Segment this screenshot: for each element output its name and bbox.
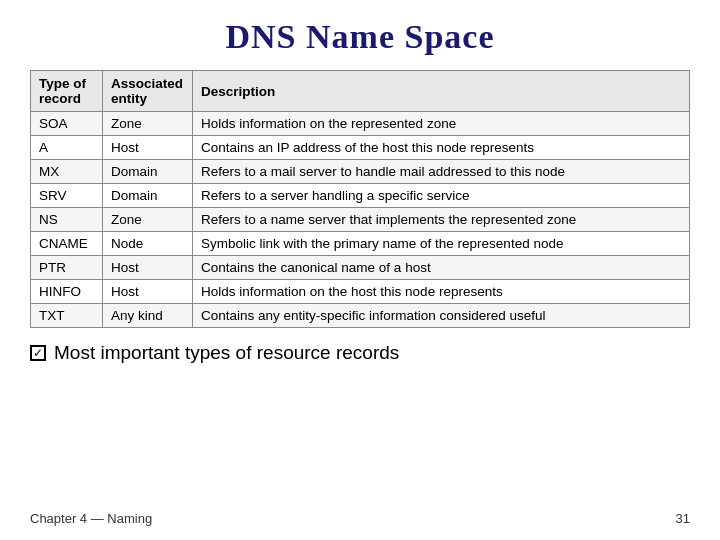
cell-type: CNAME: [31, 232, 103, 256]
table-body: SOAZoneHolds information on the represen…: [31, 112, 690, 328]
cell-type: TXT: [31, 304, 103, 328]
col-header-type: Type of record: [31, 71, 103, 112]
cell-description: Symbolic link with the primary name of t…: [193, 232, 690, 256]
table-row: SRVDomainRefers to a server handling a s…: [31, 184, 690, 208]
table-row: SOAZoneHolds information on the represen…: [31, 112, 690, 136]
cell-entity: Zone: [103, 112, 193, 136]
col-header-entity: Associated entity: [103, 71, 193, 112]
table-row: TXTAny kindContains any entity-specific …: [31, 304, 690, 328]
cell-description: Contains the canonical name of a host: [193, 256, 690, 280]
cell-entity: Domain: [103, 160, 193, 184]
page-title: DNS Name Space: [30, 18, 690, 56]
table-row: HINFOHostHolds information on the host t…: [31, 280, 690, 304]
cell-type: A: [31, 136, 103, 160]
table-row: CNAMENodeSymbolic link with the primary …: [31, 232, 690, 256]
cell-entity: Node: [103, 232, 193, 256]
cell-type: SOA: [31, 112, 103, 136]
cell-description: Holds information on the represented zon…: [193, 112, 690, 136]
dns-table: Type of record Associated entity Descrip…: [30, 70, 690, 328]
cell-type: SRV: [31, 184, 103, 208]
cell-description: Contains an IP address of the host this …: [193, 136, 690, 160]
cell-entity: Any kind: [103, 304, 193, 328]
page: DNS Name Space Type of record Associated…: [0, 0, 720, 540]
table-row: MXDomainRefers to a mail server to handl…: [31, 160, 690, 184]
cell-entity: Host: [103, 280, 193, 304]
cell-entity: Host: [103, 256, 193, 280]
table-row: AHostContains an IP address of the host …: [31, 136, 690, 160]
cell-description: Refers to a mail server to handle mail a…: [193, 160, 690, 184]
table-header-row: Type of record Associated entity Descrip…: [31, 71, 690, 112]
bottom-bar: Chapter 4 — Naming 31: [30, 505, 690, 526]
cell-type: HINFO: [31, 280, 103, 304]
cell-description: Refers to a name server that implements …: [193, 208, 690, 232]
cell-type: NS: [31, 208, 103, 232]
footer-note: ✓ Most important types of resource recor…: [30, 342, 690, 364]
cell-description: Holds information on the host this node …: [193, 280, 690, 304]
note-text: Most important types of resource records: [54, 342, 399, 364]
cell-entity: Domain: [103, 184, 193, 208]
page-number: 31: [676, 511, 690, 526]
cell-type: MX: [31, 160, 103, 184]
cell-type: PTR: [31, 256, 103, 280]
chapter-label: Chapter 4 — Naming: [30, 511, 152, 526]
cell-entity: Zone: [103, 208, 193, 232]
cell-entity: Host: [103, 136, 193, 160]
cell-description: Contains any entity-specific information…: [193, 304, 690, 328]
cell-description: Refers to a server handling a specific s…: [193, 184, 690, 208]
table-row: NSZoneRefers to a name server that imple…: [31, 208, 690, 232]
checkbox-icon: ✓: [30, 345, 46, 361]
col-header-desc: Description: [193, 71, 690, 112]
table-row: PTRHostContains the canonical name of a …: [31, 256, 690, 280]
